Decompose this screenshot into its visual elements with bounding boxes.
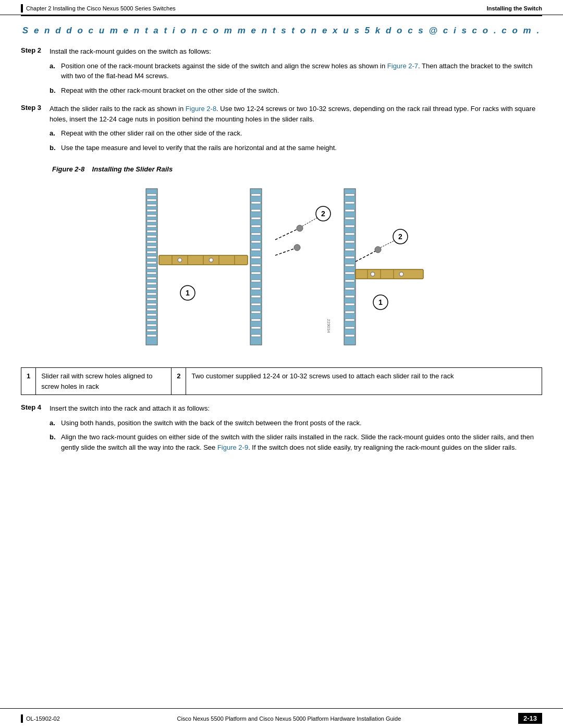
figure-2-8-link[interactable]: Figure 2-8 [186, 105, 216, 113]
svg-rect-70 [345, 217, 354, 219]
svg-rect-3 [147, 204, 156, 206]
svg-rect-36 [251, 241, 261, 243]
svg-rect-68 [345, 202, 354, 204]
svg-rect-22 [147, 303, 156, 305]
svg-point-55 [178, 258, 182, 262]
header-right: Installing the Switch [487, 5, 542, 11]
svg-text:1: 1 [186, 289, 190, 297]
footer-center: Cisco Nexus 5500 Platform and Cisco Nexu… [60, 715, 518, 722]
callout-num-2: 2 [172, 368, 186, 395]
step-3-intro-pre: Attach the slider rails to the rack as s… [50, 105, 186, 113]
svg-rect-15 [147, 267, 156, 269]
svg-rect-75 [345, 256, 354, 258]
figure-2-8-svg: 1 2 [130, 178, 433, 355]
svg-rect-20 [147, 293, 156, 295]
svg-line-96 [381, 240, 396, 248]
svg-rect-31 [251, 202, 261, 204]
svg-rect-38 [251, 256, 261, 258]
svg-rect-71 [345, 225, 354, 227]
step-2-a: a. Position one of the rack-mount bracke… [50, 61, 542, 81]
svg-rect-74 [345, 249, 354, 251]
figure-caption: Figure 2-8 Installing the Slider Rails [21, 165, 542, 173]
doc-title: S e n d d o c u m e n t a t i o n c o m … [21, 26, 542, 36]
figure-2-7-link[interactable]: Figure 2-7 [387, 62, 418, 70]
figure-number: Figure 2-8 [52, 165, 84, 173]
svg-rect-1 [147, 194, 156, 196]
page-footer: OL-15902-02 Cisco Nexus 5500 Platform an… [0, 708, 563, 728]
step-4-content: Insert the switch into the rack and atta… [50, 403, 542, 452]
main-content: Step 2 Install the rack-mount guides on … [0, 46, 563, 708]
svg-line-94 [356, 251, 375, 262]
svg-point-60 [297, 225, 303, 231]
svg-rect-25 [147, 319, 156, 321]
svg-point-56 [209, 258, 213, 262]
svg-rect-72 [345, 233, 354, 235]
svg-rect-21 [147, 298, 156, 300]
svg-rect-27 [147, 329, 156, 331]
step-4-a-label: a. [50, 418, 61, 428]
svg-rect-12 [147, 251, 156, 253]
step-4-b: b. Align the two rack-mount guides on ei… [50, 432, 542, 452]
svg-rect-48 [251, 335, 261, 337]
page-container: Chapter 2 Installing the Cisco Nexus 500… [0, 0, 563, 728]
step-2-a-label: a. [50, 61, 61, 81]
step-2-block: Step 2 Install the rack-mount guides on … [21, 46, 542, 95]
svg-rect-5 [147, 215, 156, 217]
figure-2-8-container: Figure 2-8 Installing the Slider Rails [21, 165, 542, 357]
step-3-a: a. Repeat with the other slider rail on … [50, 128, 542, 139]
callout-row: 1 Slider rail with screw holes aligned t… [21, 368, 542, 395]
svg-text:2: 2 [321, 209, 325, 218]
svg-rect-79 [345, 288, 354, 290]
svg-rect-39 [251, 264, 261, 266]
callout-num-1: 1 [21, 368, 36, 395]
svg-rect-46 [251, 319, 261, 321]
header-bar [21, 4, 23, 13]
svg-text:2: 2 [398, 232, 402, 241]
step-3-label: Step 3 [21, 104, 50, 153]
step-4-b-content: Align the two rack-mount guides on eithe… [61, 432, 542, 452]
svg-rect-11 [147, 246, 156, 248]
svg-rect-2 [147, 199, 156, 201]
svg-point-90 [371, 272, 375, 276]
svg-rect-43 [251, 295, 261, 298]
svg-rect-18 [147, 282, 156, 285]
step-4-b-label: b. [50, 432, 61, 452]
svg-rect-14 [147, 262, 156, 264]
svg-line-61 [302, 217, 318, 226]
footer-bar [21, 714, 23, 723]
figure-caption-text: Installing the Slider Rails [92, 165, 173, 173]
step-2-b-label: b. [50, 85, 61, 96]
svg-line-59 [275, 229, 297, 240]
step-4-label: Step 4 [21, 403, 50, 452]
svg-rect-16 [147, 272, 156, 274]
svg-rect-67 [345, 194, 354, 196]
step-4-block: Step 4 Insert the switch into the rack a… [21, 403, 542, 452]
svg-rect-82 [345, 311, 354, 313]
callout-table: 1 Slider rail with screw holes aligned t… [21, 367, 542, 395]
callout-desc-1: Slider rail with screw holes aligned to … [36, 368, 172, 395]
top-rule [21, 15, 542, 16]
figure-2-9-link[interactable]: Figure 2-9 [217, 443, 248, 451]
step-3-b-content: Use the tape measure and level to verify… [61, 143, 542, 153]
header-left: Chapter 2 Installing the Cisco Nexus 500… [21, 4, 176, 13]
footer-left: OL-15902-02 [21, 714, 60, 723]
step-3-a-label: a. [50, 128, 61, 139]
svg-rect-30 [251, 194, 261, 196]
svg-rect-86 [356, 269, 423, 279]
svg-rect-33 [251, 217, 261, 219]
svg-rect-42 [251, 288, 261, 290]
footer-page-number: 2-13 [518, 713, 542, 724]
step-3-b-label: b. [50, 143, 61, 153]
step-3-block: Step 3 Attach the slider rails to the ra… [21, 104, 542, 153]
svg-rect-35 [251, 233, 261, 235]
step-4-intro: Insert the switch into the rack and atta… [50, 404, 210, 412]
svg-line-64 [275, 249, 295, 255]
svg-rect-37 [251, 249, 261, 251]
svg-rect-41 [251, 280, 261, 282]
step-2-content: Install the rack-mount guides on the swi… [50, 46, 542, 95]
step-4-a-content: Using both hands, position the switch wi… [61, 418, 542, 428]
svg-rect-77 [345, 272, 354, 274]
svg-rect-76 [345, 264, 354, 266]
svg-rect-9 [147, 236, 156, 238]
step-2-intro: Install the rack-mount guides on the swi… [50, 47, 211, 55]
